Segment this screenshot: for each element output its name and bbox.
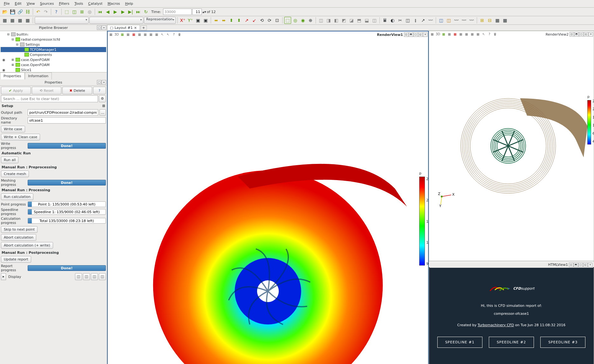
menu-file[interactable]: File [1, 1, 12, 7]
run-all-button[interactable]: Run all [1, 157, 18, 163]
write-case-button[interactable]: Write case [1, 126, 25, 132]
ext3-icon[interactable]: 〰 [453, 17, 460, 24]
speedline-2-button[interactable]: SPEEDLINE #2 [489, 337, 534, 348]
tree-item[interactable]: Components [1, 52, 106, 57]
rv2-restore-icon[interactable]: ◱ [584, 32, 588, 37]
axis-x-icon[interactable]: X⁺ [179, 17, 186, 24]
visibility-eye-icon[interactable]: ◉ [1, 68, 6, 72]
rv1-tb2-icon[interactable]: ▦ [120, 32, 125, 37]
tree-expand-icon[interactable]: ⊞ [11, 58, 15, 61]
select1-icon[interactable]: ⬚ [284, 17, 291, 24]
zoom-fit-icon[interactable]: ⊡ [274, 17, 281, 24]
time-input[interactable] [163, 9, 192, 15]
rv2-tb5-icon[interactable]: ▦ [458, 32, 463, 37]
tree-expand-icon[interactable]: ⊟ [6, 33, 10, 36]
settings-gear-icon[interactable]: ⚙ [99, 95, 106, 102]
wf7-icon[interactable]: ⬓ [363, 17, 370, 24]
abort-calculation-button[interactable]: Abort calculation [1, 234, 36, 241]
cube1-icon[interactable]: ▣ [195, 17, 201, 24]
select4-icon[interactable]: ⊕ [307, 17, 314, 24]
ext4-icon[interactable]: 〰 [461, 17, 468, 24]
html-view-1[interactable]: HTMLView1 ◫ ⬒ □ ◱ × [429, 261, 594, 364]
redo-icon[interactable]: ↷ [42, 8, 49, 15]
abort-calculation-write-button[interactable]: Abort calculation (+ write) [1, 242, 53, 249]
rv1-restore-icon[interactable]: ◱ [418, 32, 423, 37]
display-opt4-icon[interactable]: ◫ [99, 273, 106, 280]
last-frame-icon[interactable]: ⏭ [135, 8, 142, 15]
rv1-tb4-icon[interactable]: ▦ [131, 32, 136, 37]
wf5-icon[interactable]: ◪ [348, 17, 355, 24]
rv2-tb10-icon[interactable]: ? [487, 32, 492, 37]
delete-button[interactable]: ✖Delete [62, 87, 92, 94]
props-restore-icon[interactable]: □ [97, 80, 101, 84]
tool2-icon[interactable]: ◫ [71, 8, 78, 15]
wf2-icon[interactable]: ◨ [325, 17, 332, 24]
rv1-tb9-icon[interactable]: ↖ [160, 32, 165, 37]
props-close-icon[interactable]: × [102, 80, 106, 84]
create-mesh-button[interactable]: Create mesh [1, 171, 29, 177]
display-opt2-icon[interactable]: ◫ [83, 273, 90, 280]
select3-icon[interactable]: ◉ [299, 17, 306, 24]
clip-icon[interactable]: ✂ [397, 17, 404, 24]
tree-item[interactable]: ⊟builtin: [1, 32, 106, 37]
directory-name-input[interactable] [28, 117, 106, 124]
pipeline-tree[interactable]: ⊟builtin:⊟radial-compressor.tcfd⊟Setting… [0, 31, 107, 72]
menu-edit[interactable]: Edit [12, 1, 24, 7]
tb2-4-icon[interactable]: ▦ [24, 17, 31, 24]
render-view-2[interactable]: ▦ 3D ▦ ▦ ▦ ▦ ▦ ▦ ▦ ↖ ? 🗑 RenderView2 [429, 31, 594, 261]
menu-help[interactable]: Help [123, 1, 136, 7]
rv2-tb9-icon[interactable]: ↖ [481, 32, 486, 37]
tool3-icon[interactable]: ⊞ [79, 8, 85, 15]
rv1-tb5-icon[interactable]: ▦ [137, 32, 142, 37]
rv2-tb8-icon[interactable]: ▦ [475, 32, 481, 37]
setup-opts-icon[interactable]: ⊞ [102, 104, 105, 108]
ungrp-icon[interactable]: ⊟ [486, 17, 493, 24]
rv1-tb12-icon[interactable]: 🗑 [177, 32, 182, 37]
browse-button[interactable]: ... [99, 109, 106, 116]
rv1-tb10-icon[interactable]: ↖ [166, 32, 171, 37]
menu-view[interactable]: View [24, 1, 38, 7]
tb2-1-icon[interactable]: ▦ [1, 17, 8, 24]
tb2-2-icon[interactable]: ▦ [9, 17, 16, 24]
undo-icon[interactable]: ↶ [35, 8, 42, 15]
hv-max-icon[interactable]: □ [578, 263, 583, 267]
tree-expand-icon[interactable]: ⊞ [11, 63, 15, 66]
rv2-max-icon[interactable]: □ [579, 32, 584, 37]
rv2-tb4-icon[interactable]: ▦ [453, 32, 458, 37]
rv1-tb3-icon[interactable]: ▦ [126, 32, 131, 37]
rv2-split-h-icon[interactable]: ◫ [570, 32, 574, 37]
pb-restore-icon[interactable]: □ [97, 25, 101, 30]
calc-icon[interactable]: 🖩 [381, 17, 388, 24]
first-frame-icon[interactable]: ⏮ [97, 8, 104, 15]
open-icon[interactable]: 📂 [1, 8, 8, 15]
tb2-3-icon[interactable]: ▦ [17, 17, 24, 24]
menu-macros[interactable]: Macros [105, 1, 123, 7]
rv1-tb8-icon[interactable]: ▦ [154, 32, 159, 37]
tree-item[interactable]: ⊟radial-compressor.tcfd [1, 37, 106, 42]
hv-split-h-icon[interactable]: ◫ [569, 263, 573, 267]
hv-restore-icon[interactable]: ◱ [583, 263, 588, 267]
tool1-icon[interactable]: ⬚ [63, 8, 70, 15]
connect-icon[interactable]: 🔗 [17, 8, 24, 15]
ext5-icon[interactable]: 〰 [468, 17, 475, 24]
hv-close-icon[interactable]: × [588, 263, 592, 267]
rv2-tb7-icon[interactable]: ▦ [470, 32, 475, 37]
rv1-tb6-icon[interactable]: ▦ [143, 32, 148, 37]
rv1-tb1-icon[interactable]: ▦ [108, 32, 113, 37]
write-clean-case-button[interactable]: Write + Clean case [1, 134, 40, 140]
rv2-tb2-icon[interactable]: ▦ [441, 32, 446, 37]
rv1-tb11-icon[interactable]: ? [171, 32, 176, 37]
misc1-icon[interactable]: ▦ [494, 17, 501, 24]
hv-split-v-icon[interactable]: ⬒ [574, 263, 578, 267]
ext1-icon[interactable]: ◫ [438, 17, 445, 24]
rot-90-icon[interactable]: ⟳ [266, 17, 273, 24]
tree-item[interactable]: ◉⊞case.OpenFOAM [1, 57, 106, 62]
play-icon[interactable]: ▶ [119, 8, 126, 15]
speedline-3-button[interactable]: SPEEDLINE #3 [540, 337, 585, 348]
tree-item[interactable]: TCFDManager1 [1, 47, 106, 52]
contour-icon[interactable]: ◐ [389, 17, 396, 24]
update-report-button[interactable]: Update report [1, 256, 31, 263]
grp-icon[interactable]: ⊞ [479, 17, 486, 24]
rv2-split-v-icon[interactable]: ⬒ [574, 32, 579, 37]
rv2-tb1-icon[interactable]: ▦ [430, 32, 435, 37]
